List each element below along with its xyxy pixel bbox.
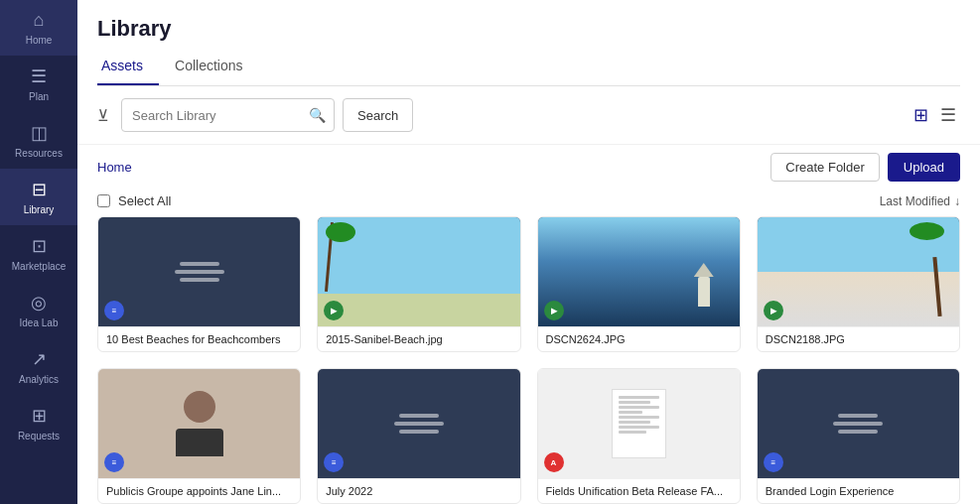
sidebar-label-library: Library <box>24 204 55 215</box>
card-label: Publicis Groupe appoints Jane Lin... <box>98 478 300 503</box>
upload-button[interactable]: Upload <box>888 153 960 182</box>
card-label: DSCN2624.JPG <box>538 326 740 351</box>
action-bar: Home Create Folder Upload <box>77 145 980 189</box>
card-badge: ≡ <box>104 452 124 472</box>
table-row[interactable]: ≡ Publicis Groupe appoints Jane Lin... <box>97 368 301 504</box>
select-sort-bar: Select All Last Modified ↓ <box>77 189 980 216</box>
card-badge: ≡ <box>104 301 124 320</box>
sidebar-label-marketplace: Marketplace <box>12 261 66 272</box>
card-badge: ▶ <box>764 301 783 320</box>
breadcrumb[interactable]: Home <box>97 160 132 175</box>
sort-arrow-icon: ↓ <box>954 194 960 208</box>
sidebar-label-analytics: Analytics <box>19 374 59 385</box>
card-label: Branded Login Experience <box>758 478 959 503</box>
sidebar-item-requests[interactable]: ⊞Requests <box>0 395 77 451</box>
card-thumbnail: ≡ <box>318 369 519 478</box>
sidebar-item-idealab[interactable]: ◎Idea Lab <box>0 282 77 338</box>
card-label: DSCN2188.JPG <box>758 326 959 351</box>
sidebar-item-marketplace[interactable]: ⊡Marketplace <box>0 225 77 282</box>
select-all-wrap: Select All <box>97 193 171 208</box>
card-thumbnail: ≡ <box>758 369 959 478</box>
sidebar-label-idealab: Idea Lab <box>20 317 59 328</box>
search-icon: 🔍 <box>301 101 334 129</box>
tab-collections[interactable]: Collections <box>171 50 258 85</box>
sidebar-label-requests: Requests <box>18 431 60 441</box>
tab-bar: Assets Collections <box>97 50 960 86</box>
grid-area: ≡ 10 Best Beaches for Beachcombers ▶ 201… <box>77 216 980 504</box>
sidebar-item-home[interactable]: ⌂Home <box>0 0 77 56</box>
table-row[interactable]: ≡ July 2022 <box>317 368 520 504</box>
header: Library Assets Collections <box>77 0 980 86</box>
card-thumbnail: ▶ <box>758 217 959 326</box>
filter-icon[interactable]: ⊻ <box>97 106 109 125</box>
library-icon: ⊟ <box>32 179 47 200</box>
card-thumbnail: ▶ <box>318 217 519 326</box>
card-label: 10 Best Beaches for Beachcombers <box>98 326 300 351</box>
card-label: Fields Unification Beta Release FA... <box>538 478 740 503</box>
resources-icon: ◫ <box>31 122 48 144</box>
table-row[interactable]: ≡ Branded Login Experience <box>757 368 960 504</box>
tab-assets[interactable]: Assets <box>97 50 159 85</box>
card-label: July 2022 <box>318 478 519 503</box>
search-input[interactable] <box>122 102 301 129</box>
plan-icon: ☰ <box>31 65 47 87</box>
search-button[interactable]: Search <box>343 98 413 132</box>
marketplace-icon: ⊡ <box>32 235 47 257</box>
select-all-checkbox[interactable] <box>97 194 110 207</box>
table-row[interactable]: A Fields Unification Beta Release FA... <box>537 368 741 504</box>
sidebar-label-resources: Resources <box>15 148 63 159</box>
table-row[interactable]: ▶ DSCN2624.JPG <box>537 216 741 352</box>
list-view-button[interactable]: ☰ <box>936 102 960 128</box>
card-label: 2015-Sanibel-Beach.jpg <box>318 326 519 351</box>
sidebar-label-home: Home <box>26 35 53 46</box>
select-all-label: Select All <box>118 193 171 208</box>
grid-view-button[interactable]: ⊞ <box>910 102 932 128</box>
idealab-icon: ◎ <box>31 292 47 314</box>
sidebar-item-analytics[interactable]: ↗Analytics <box>0 338 77 395</box>
search-box: 🔍 <box>121 98 335 132</box>
main-content: Library Assets Collections ⊻ 🔍 Search ⊞ … <box>77 0 980 504</box>
card-thumbnail: ≡ <box>98 217 300 326</box>
table-row[interactable]: ≡ 10 Best Beaches for Beachcombers <box>97 216 301 352</box>
create-folder-button[interactable]: Create Folder <box>770 153 879 182</box>
card-thumbnail: ≡ <box>98 369 300 478</box>
table-row[interactable]: ▶ DSCN2188.JPG <box>757 216 960 352</box>
sort-wrap[interactable]: Last Modified ↓ <box>880 194 960 208</box>
sort-label: Last Modified <box>880 194 950 208</box>
card-badge: ≡ <box>764 452 783 472</box>
action-buttons: Create Folder Upload <box>770 153 960 182</box>
requests-icon: ⊞ <box>32 405 47 427</box>
card-thumbnail: A <box>538 369 740 478</box>
sidebar-item-library[interactable]: ⊟Library <box>0 169 77 225</box>
sidebar: ⌂Home☰Plan◫Resources⊟Library⊡Marketplace… <box>0 0 77 504</box>
toolbar: ⊻ 🔍 Search ⊞ ☰ <box>77 86 980 145</box>
view-toggle: ⊞ ☰ <box>910 102 960 128</box>
page-title: Library <box>97 16 960 42</box>
table-row[interactable]: ▶ 2015-Sanibel-Beach.jpg <box>317 216 520 352</box>
sidebar-item-plan[interactable]: ☰Plan <box>0 56 77 112</box>
analytics-icon: ↗ <box>32 348 47 370</box>
asset-grid: ≡ 10 Best Beaches for Beachcombers ▶ 201… <box>97 216 960 504</box>
card-badge: ▶ <box>544 301 564 320</box>
sidebar-item-resources[interactable]: ◫Resources <box>0 112 77 169</box>
sidebar-label-plan: Plan <box>29 91 49 102</box>
card-thumbnail: ▶ <box>538 217 740 326</box>
card-badge: A <box>544 452 564 472</box>
home-icon: ⌂ <box>34 10 45 31</box>
